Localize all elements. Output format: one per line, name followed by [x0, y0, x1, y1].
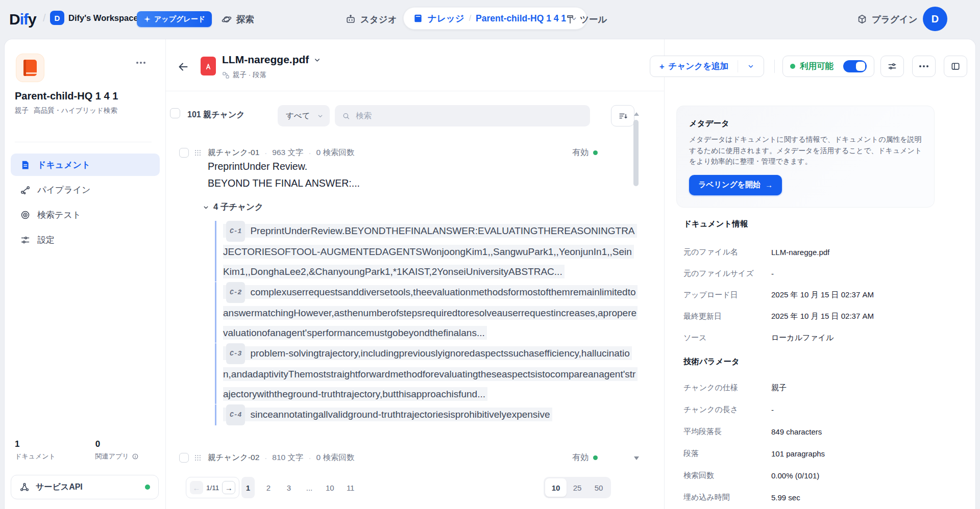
sidebar-item-retrieval-test[interactable]: 検索テスト	[11, 203, 160, 226]
prev-page-button[interactable]: ←	[190, 481, 203, 494]
status-label: 有効	[572, 147, 589, 158]
stat-related-apps: 0 関連アプリ	[95, 439, 139, 461]
metadata-card: メタデータ メタデータはドキュメントに関する情報で、ドキュメントの属性を説明する…	[676, 106, 935, 208]
chunk-row-header[interactable]: 親チャンク-02 · 810 文字 · 0 検索回数	[179, 452, 354, 463]
pagination-nav: ← 1/11 →	[186, 477, 239, 498]
upgrade-label: アップグレード	[154, 15, 205, 24]
sidebar-item-label: ドキュメント	[37, 159, 90, 171]
chunk-checkbox[interactable]	[179, 148, 189, 158]
scroll-down-arrow[interactable]	[634, 456, 639, 460]
robot-icon	[345, 14, 356, 25]
nav-knowledge-breadcrumb[interactable]: ナレッジ / Parent-child-HQ 1 4 1	[403, 7, 587, 30]
chunk-filter-select[interactable]: すべて	[278, 105, 330, 126]
service-api-button[interactable]: サービスAPI	[11, 475, 159, 499]
select-all-checkbox[interactable]	[170, 108, 180, 118]
chunk-preview-line[interactable]: BEYOND THE FINAL ANSWER:...	[208, 177, 360, 189]
back-button[interactable]	[173, 57, 193, 77]
child-chunk-text: complexuserrequestsanddiversetools,theev…	[223, 287, 636, 338]
child-chunk[interactable]: C-1PreprintUnderReview.BEYONDTHEFINALANS…	[215, 221, 638, 282]
parent-child-icon	[222, 71, 230, 79]
child-chunk-badge: C-1	[226, 221, 245, 242]
stat-value: 0	[95, 439, 139, 449]
info-row: ソースローカルファイル	[683, 327, 939, 348]
chunk-row-header[interactable]: 親チャンク-01 · 963 文字 · 0 検索回数	[179, 147, 354, 158]
add-chunk-button[interactable]: + チャンクを追加	[650, 56, 738, 77]
document-more-button[interactable]	[912, 56, 936, 77]
breadcrumb-dataset-name: Parent-child-HQ 1 4 1	[476, 13, 566, 24]
upgrade-button[interactable]: アップグレード	[137, 11, 212, 27]
info-value: ローカルファイル	[771, 333, 834, 343]
child-chunk[interactable]: C-3problem-solvingtrajectory,includingpr…	[215, 343, 638, 404]
dify-logo[interactable]: Dify	[9, 11, 36, 28]
dataset-title: Parent-child-HQ 1 4 1	[15, 90, 118, 102]
content-panel: Parent-child-HQ 1 4 1 親子 高品質・ハイブリッド検索 ドキ…	[4, 39, 976, 509]
chunk-preview-line[interactable]: PreprintUnder Review.	[208, 161, 307, 172]
toggle-panel-button[interactable]	[944, 56, 967, 77]
info-value: 親子	[771, 383, 787, 393]
info-value: 5.99 sec	[771, 493, 800, 502]
drag-grid-icon	[194, 149, 202, 157]
logo-part: if	[20, 11, 28, 28]
child-chunk-text: PreprintUnderReview.BEYONDTHEFINALANSWER…	[223, 225, 635, 277]
page-size-option[interactable]: 25	[567, 478, 588, 497]
page-size-option[interactable]: 50	[588, 478, 609, 497]
start-labeling-label: ラベリングを開始	[698, 180, 761, 190]
pipeline-icon	[20, 185, 31, 195]
divider	[774, 60, 775, 73]
page-number[interactable]: 3	[282, 477, 296, 498]
search-input[interactable]	[355, 111, 583, 121]
child-chunks-toggle[interactable]: 4 子チャンク	[203, 201, 263, 213]
document-title-dropdown[interactable]: LLM-naregge.pdf	[222, 54, 321, 66]
nav-knowledge-label: ナレッジ	[428, 12, 464, 24]
sliders-icon	[20, 235, 31, 245]
more-icon	[919, 65, 928, 67]
page-size-option[interactable]: 10	[545, 478, 567, 497]
dataset-more-icon[interactable]	[133, 59, 149, 67]
child-chunk[interactable]: C-2complexuserrequestsanddiversetools,th…	[215, 282, 638, 343]
nav-studio[interactable]: スタジオ	[345, 12, 397, 27]
page-number[interactable]: 2	[262, 477, 275, 498]
sort-icon	[618, 111, 628, 121]
scrollbar-thumb[interactable]	[633, 120, 639, 186]
add-chunk-split-button: + チャンクを追加	[650, 56, 764, 77]
info-row: チャンクの長さ-	[683, 399, 939, 421]
user-avatar[interactable]: D	[923, 7, 947, 31]
info-value: 0.00% (0/101)	[771, 471, 819, 480]
workspace-selector[interactable]: D Dify's Workspace	[50, 11, 150, 25]
info-row: 元のファイル名LLM-naregge.pdf	[683, 241, 939, 263]
sidebar-item-documents[interactable]: ドキュメント	[11, 154, 160, 176]
chunk-checkbox[interactable]	[179, 453, 189, 463]
status-dot	[790, 64, 795, 69]
page-number[interactable]: 1	[241, 477, 255, 498]
toggle-knob	[856, 62, 865, 71]
page-size-selector: 10 25 50	[544, 477, 611, 498]
info-value: -	[771, 405, 774, 414]
sidebar-divider	[165, 39, 166, 509]
nav-explore[interactable]: 探索	[221, 12, 254, 27]
page-number[interactable]: 10	[323, 477, 337, 498]
child-chunk[interactable]: C-4sinceannotatingallvalidground-truthtr…	[215, 404, 638, 425]
chunk-char-count: 963 文字	[272, 147, 303, 158]
info-value: 101 paragraphs	[771, 449, 825, 458]
next-page-button[interactable]: →	[222, 481, 235, 494]
info-label: 元のファイル名	[683, 247, 771, 257]
nav-studio-label: スタジオ	[360, 13, 397, 26]
separator: ·	[309, 148, 311, 157]
sort-button[interactable]	[611, 105, 634, 126]
sidebar-item-pipeline[interactable]: パイプライン	[11, 179, 160, 201]
scroll-up-arrow[interactable]	[634, 112, 639, 116]
page-number[interactable]: 11	[344, 477, 357, 498]
document-settings-button[interactable]	[880, 56, 904, 77]
nav-tools[interactable]: ツール	[565, 12, 607, 27]
chunk-id: 親チャンク-02	[208, 452, 259, 463]
nav-plugins[interactable]: プラグイン	[856, 12, 918, 27]
add-chunk-menu-button[interactable]	[738, 56, 764, 77]
start-labeling-button[interactable]: ラベリングを開始 →	[689, 175, 782, 195]
tech-params-title: 技術パラメータ	[683, 357, 740, 367]
info-label: 平均段落長	[683, 427, 771, 437]
sidebar-item-settings[interactable]: 設定	[11, 228, 160, 251]
sidebar-item-label: 検索テスト	[37, 209, 81, 221]
info-row: 埋め込み時間5.99 sec	[683, 487, 939, 508]
info-icon[interactable]	[132, 453, 139, 460]
availability-toggle[interactable]	[843, 60, 867, 72]
